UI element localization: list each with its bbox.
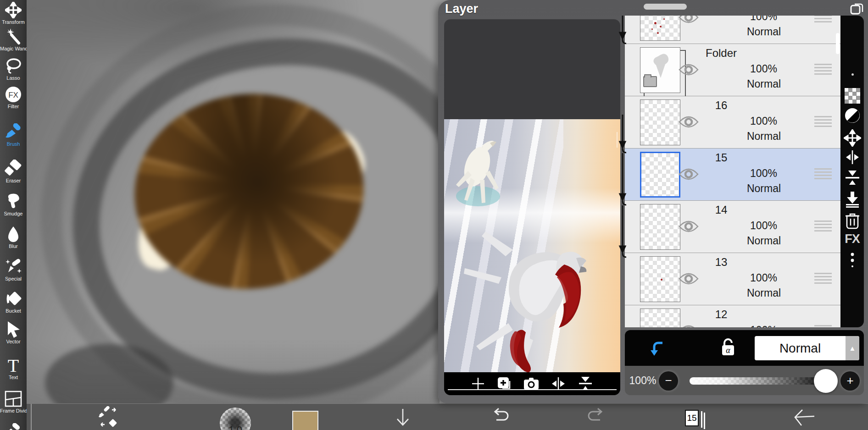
tool-sidebar: Transform Magic Wand Lasso FX Filter Bru… (0, 0, 27, 430)
layer-opacity: 100% (735, 167, 792, 180)
layer-drag-handle[interactable] (814, 16, 832, 23)
brush-size-preview[interactable]: 1.0 (220, 408, 251, 430)
panel-title: Layer (445, 2, 478, 16)
visibility-eye-icon[interactable] (678, 115, 699, 129)
flip-horizontal-icon[interactable] (551, 377, 566, 391)
layer-thumbnail[interactable] (640, 152, 680, 198)
trash-icon[interactable] (840, 212, 864, 229)
tool-blur[interactable]: Blur (0, 225, 27, 251)
opacity-plus-button[interactable]: + (840, 371, 860, 391)
app-window: Transform Magic Wand Lasso FX Filter Bru… (0, 0, 868, 430)
special-pen-icon (0, 258, 27, 276)
tool-frame-divider[interactable]: Frame Divider (0, 390, 27, 415)
layer-thumbnail[interactable] (640, 16, 680, 41)
tool-smudge[interactable]: Smudge (0, 193, 27, 218)
dropdown-up-arrow[interactable]: ▲ (846, 336, 859, 360)
visibility-eye-icon[interactable] (678, 271, 699, 286)
layer-row-folder[interactable]: Folder 100% Normal (625, 44, 840, 96)
layer-drag-handle[interactable] (814, 221, 832, 232)
window-duplicate-icon[interactable] (850, 1, 864, 15)
layer-drag-handle[interactable] (814, 116, 832, 128)
merge-collapse-icon[interactable] (840, 170, 864, 186)
drag-pill[interactable] (644, 4, 687, 10)
tool-bucket[interactable]: Bucket (0, 290, 27, 315)
eye-artwork (27, 0, 440, 430)
tool-transform[interactable]: Transform (0, 1, 27, 27)
layer-name: 14 (684, 204, 758, 216)
tool-label: Frame Divider (0, 408, 27, 413)
blend-mode-dropdown[interactable]: Normal ▲ (755, 336, 859, 360)
visibility-eye-icon[interactable] (678, 219, 699, 234)
layer-blend: Normal (729, 130, 798, 143)
layer-opacity: 100% (735, 272, 792, 284)
layer-thumbnail[interactable] (640, 309, 680, 327)
move-arrows-icon[interactable] (840, 129, 864, 147)
color-swatch[interactable] (292, 411, 318, 430)
tool-vector[interactable]: Vector (0, 320, 27, 346)
layer-row-16[interactable]: 16 100% Normal (625, 96, 840, 149)
folder-icon (643, 76, 657, 87)
flip-horizontal-icon[interactable] (840, 149, 864, 165)
layer-drag-handle[interactable] (814, 325, 832, 327)
down-arrow-icon[interactable] (389, 404, 417, 430)
opacity-minus-button[interactable]: − (659, 371, 678, 391)
visibility-eye-icon[interactable] (678, 167, 699, 182)
layer-name: 15 (684, 151, 758, 164)
layer-row-14[interactable]: 14 100% Normal (625, 201, 840, 253)
tool-extra-partial[interactable] (0, 421, 27, 430)
undo-icon[interactable] (486, 404, 514, 430)
contrast-circle-icon[interactable] (840, 107, 864, 124)
layer-thumbnail[interactable] (640, 99, 680, 145)
tool-label: Eraser (0, 178, 27, 183)
layer-opacity: 100% (735, 115, 792, 127)
plus-icon[interactable] (471, 377, 485, 391)
redo-icon[interactable] (583, 404, 610, 430)
tool-eraser[interactable]: Eraser (0, 160, 27, 185)
layer-thumbnail[interactable] (640, 204, 680, 250)
tool-magic-wand[interactable]: Magic Wand (0, 28, 27, 53)
opacity-slider-track[interactable] (690, 377, 821, 385)
layer-blend: Normal (729, 26, 798, 38)
layer-row-13[interactable]: 13 100% Normal (625, 253, 840, 305)
ellipsis-vertical-icon[interactable] (840, 252, 864, 270)
tool-label: Filter (0, 104, 27, 109)
layer-drag-handle[interactable] (814, 168, 832, 180)
back-arrow-icon[interactable] (788, 404, 820, 430)
brush-eraser-swap-icon[interactable] (95, 404, 122, 430)
canvas-preview-panel[interactable] (444, 19, 620, 395)
layer-drag-handle[interactable] (814, 273, 832, 285)
watermark (617, 132, 618, 148)
small-horse (450, 127, 509, 215)
layer-row-15-selected[interactable]: 15 100% Normal (625, 149, 840, 201)
layer-row-12[interactable]: 12 100% Normal (625, 305, 840, 327)
list-scrollbar-thumb[interactable] (836, 33, 840, 54)
brush-pen-icon (0, 421, 27, 430)
tool-special[interactable]: Special (0, 258, 27, 283)
tool-brush[interactable]: Brush (0, 123, 27, 149)
layer-name: Folder (684, 47, 758, 60)
tool-label: Lasso (0, 75, 27, 81)
merge-down-icon[interactable] (840, 191, 864, 208)
layer-thumbnail[interactable] (640, 256, 680, 302)
layers-count-badge[interactable]: 15 (684, 408, 706, 428)
tool-text[interactable]: T Text (0, 356, 27, 382)
drawing-canvas[interactable] (27, 0, 440, 430)
blend-mode-value: Normal (755, 341, 846, 356)
smudge-finger-icon (0, 193, 27, 211)
opacity-slider-thumb[interactable] (814, 369, 838, 393)
checkerboard-icon[interactable] (840, 88, 864, 104)
layer-drag-handle[interactable] (814, 64, 832, 76)
layer-row-top-partial[interactable]: 100% Normal (625, 16, 840, 44)
visibility-eye-icon[interactable] (678, 16, 699, 25)
alpha-lock-icon[interactable]: α (719, 337, 737, 358)
fx-circle-icon: FX (0, 85, 27, 104)
fx-button[interactable]: FX (840, 232, 864, 246)
tool-lasso[interactable]: Lasso (0, 57, 27, 83)
visibility-eye-icon[interactable] (678, 324, 699, 327)
tool-label: Smudge (0, 211, 27, 216)
visibility-eye-icon[interactable] (678, 62, 699, 77)
tool-filter[interactable]: FX Filter (0, 85, 27, 111)
layer-blend: Normal (729, 287, 798, 299)
clip-down-arrow-icon[interactable] (647, 338, 667, 358)
camera-icon[interactable] (523, 377, 539, 390)
